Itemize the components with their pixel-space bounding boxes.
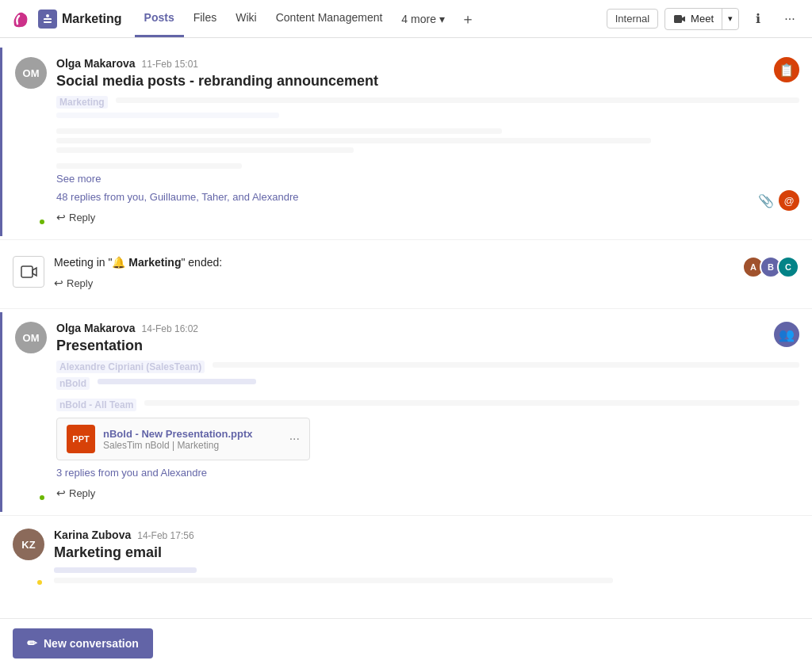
reply-icon: ↩ <box>54 277 63 289</box>
attachment-thumbnail: PPT <box>67 425 95 453</box>
tab-files[interactable]: Files <box>184 0 227 37</box>
post-title: Marketing email <box>54 544 799 561</box>
post-author: Olga Makarova <box>56 322 136 334</box>
reaction-button[interactable]: 📋 <box>774 57 799 82</box>
posts-feed: OM Olga Makarova 11-Feb 15:01 Social med… <box>0 38 812 618</box>
post-title: Presentation <box>56 338 799 354</box>
mention-button[interactable]: @ <box>779 190 799 211</box>
post-time: 11-Feb 15:01 <box>142 59 198 70</box>
avatar-wrap: OM <box>15 322 47 502</box>
meeting-card: Meeting in "🔔 Marketing" ended: ↩ Reply … <box>0 243 812 305</box>
attachment-icon[interactable]: 📎 <box>758 193 774 208</box>
meet-button[interactable]: Meet <box>665 9 722 29</box>
reply-button[interactable]: ↩ Reply <box>54 273 742 292</box>
post-body: Karina Zubova 14-Feb 17:56 Marketing ema… <box>54 529 799 587</box>
post-item: KZ Karina Zubova 14-Feb 17:56 Marketing … <box>0 519 812 597</box>
post-reaction: 📋 <box>774 57 799 82</box>
team-icon <box>38 10 57 29</box>
post-header: Olga Makarova 11-Feb 15:01 <box>56 57 799 70</box>
post-header: Karina Zubova 14-Feb 17:56 <box>54 529 799 541</box>
post-preview: Marketing <box>56 96 799 169</box>
app-logo <box>10 8 32 30</box>
reaction-button[interactable]: 👥 <box>774 322 799 347</box>
reply-icon: ↩ <box>56 211 66 223</box>
avatar-wrap: KZ <box>13 529 44 587</box>
avatar: KZ <box>13 529 44 560</box>
top-bar-right: Internal Meet ▾ ℹ ··· <box>607 6 802 32</box>
attachment-more-button[interactable]: ··· <box>289 432 300 446</box>
meeting-text: Meeting in "🔔 Marketing" ended: <box>54 256 742 269</box>
participant-avatar: C <box>777 256 799 278</box>
meeting-body: Meeting in "🔔 Marketing" ended: ↩ Reply <box>54 256 742 292</box>
divider <box>0 239 812 240</box>
meeting-participants: A B C <box>742 256 799 278</box>
tab-more[interactable]: 4 more ▾ <box>392 0 454 37</box>
post-preview <box>54 567 799 583</box>
bottom-bar: ✏ New conversation <box>0 618 812 668</box>
add-tab-button[interactable]: ＋ <box>454 10 481 29</box>
post-author: Olga Makarova <box>56 57 136 70</box>
reply-button[interactable]: ↩ Reply <box>56 483 799 502</box>
replies-link[interactable]: 48 replies from you, Guillaume, Taher, a… <box>56 191 799 203</box>
post-body: Olga Makarova 14-Feb 16:02 Presentation … <box>56 322 799 502</box>
post-author: Karina Zubova <box>54 529 131 541</box>
new-conversation-button[interactable]: ✏ New conversation <box>13 628 153 658</box>
avatar: OM <box>15 322 47 353</box>
nav-tabs: Posts Files Wiki Content Management 4 mo… <box>135 0 481 37</box>
tab-content-management[interactable]: Content Management <box>266 0 393 37</box>
info-button[interactable]: ℹ <box>745 6 771 32</box>
post-time: 14-Feb 16:02 <box>142 323 198 334</box>
post-body: Olga Makarova 11-Feb 15:01 Social media … <box>56 57 799 227</box>
tab-wiki[interactable]: Wiki <box>226 0 266 37</box>
new-conversation-icon: ✏ <box>27 636 37 651</box>
more-options-button[interactable]: ··· <box>777 6 802 32</box>
post-item: OM Olga Makarova 14-Feb 16:02 Presentati… <box>0 312 812 512</box>
avatar: OM <box>15 57 47 89</box>
main-content: OM Olga Makarova 11-Feb 15:01 Social med… <box>0 38 812 618</box>
status-indicator <box>38 494 46 502</box>
meet-chevron-button[interactable]: ▾ <box>722 10 738 28</box>
status-indicator <box>36 578 44 586</box>
post-header: Olga Makarova 14-Feb 16:02 <box>56 322 799 334</box>
status-indicator <box>38 218 46 226</box>
meeting-icon <box>13 256 44 288</box>
meet-button-group: Meet ▾ <box>665 8 739 30</box>
team-name: Marketing <box>62 12 122 26</box>
top-bar: Marketing Posts Files Wiki Content Manag… <box>0 0 812 38</box>
svg-rect-0 <box>674 15 682 23</box>
svg-rect-1 <box>21 266 33 277</box>
post-time: 14-Feb 17:56 <box>137 530 193 541</box>
post-title: Social media posts - rebranding announce… <box>56 73 799 90</box>
attachment-subtitle: SalesTim nBold | Marketing <box>103 440 282 451</box>
post-reaction: 👥 <box>774 322 799 347</box>
replies-link[interactable]: 3 replies from you and Alexandre <box>56 467 799 479</box>
divider <box>0 515 812 516</box>
avatar-wrap: OM <box>15 57 47 227</box>
post-actions: 📎 @ <box>758 190 799 211</box>
internal-badge[interactable]: Internal <box>607 9 658 29</box>
post-preview: Alexandre Cipriani (SalesTeam) nBold nBo… <box>56 361 799 411</box>
post-item: OM Olga Makarova 11-Feb 15:01 Social med… <box>0 48 812 236</box>
reply-icon: ↩ <box>56 487 66 499</box>
attachment-info: nBold - New Presentation.pptx SalesTim n… <box>103 428 282 451</box>
divider <box>0 308 812 309</box>
see-more-link[interactable]: See more <box>56 173 799 185</box>
attachment-name[interactable]: nBold - New Presentation.pptx <box>103 428 282 440</box>
reply-button[interactable]: ↩ Reply <box>56 208 799 227</box>
tab-posts[interactable]: Posts <box>135 0 184 37</box>
attachment-preview: PPT nBold - New Presentation.pptx SalesT… <box>56 418 310 460</box>
